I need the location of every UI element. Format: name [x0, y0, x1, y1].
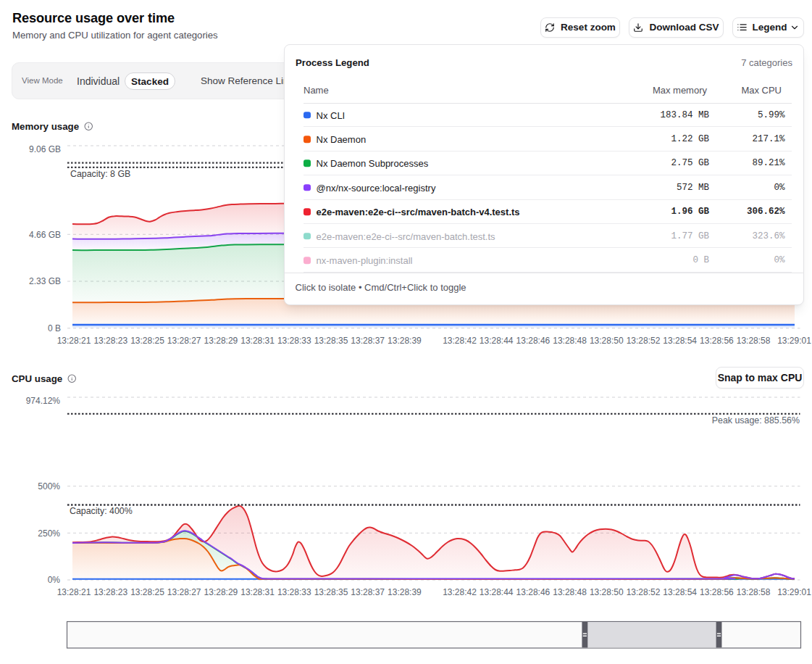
svg-text:Peak usage: 885.56%: Peak usage: 885.56% — [712, 415, 800, 426]
svg-text:13:28:39: 13:28:39 — [388, 336, 422, 346]
svg-text:13:28:52: 13:28:52 — [627, 587, 661, 597]
svg-text:13:28:37: 13:28:37 — [351, 336, 385, 346]
svg-text:13:28:52: 13:28:52 — [627, 336, 661, 346]
svg-text:0%: 0% — [48, 575, 61, 585]
svg-text:13:28:44: 13:28:44 — [480, 336, 514, 346]
svg-text:13:28:56: 13:28:56 — [700, 336, 734, 346]
svg-text:9.06 GB: 9.06 GB — [29, 144, 61, 154]
svg-text:13:29:01: 13:29:01 — [777, 587, 811, 597]
svg-text:13:28:35: 13:28:35 — [314, 336, 348, 346]
svg-text:0 B: 0 B — [48, 323, 61, 333]
svg-text:Capacity: 8 GB: Capacity: 8 GB — [70, 169, 130, 179]
svg-text:13:28:31: 13:28:31 — [240, 336, 275, 346]
svg-text:13:28:35: 13:28:35 — [314, 587, 348, 597]
svg-text:13:28:33: 13:28:33 — [277, 587, 311, 597]
svg-text:13:28:29: 13:28:29 — [204, 587, 238, 597]
svg-text:13:28:37: 13:28:37 — [351, 587, 385, 597]
svg-text:13:28:31: 13:28:31 — [240, 587, 275, 597]
svg-text:13:28:23: 13:28:23 — [93, 587, 127, 597]
svg-text:13:28:58: 13:28:58 — [737, 587, 771, 597]
svg-text:2.33 GB: 2.33 GB — [29, 276, 61, 286]
svg-text:13:28:54: 13:28:54 — [663, 587, 697, 597]
svg-text:13:28:46: 13:28:46 — [516, 336, 551, 346]
svg-text:13:28:39: 13:28:39 — [388, 587, 422, 597]
svg-text:13:28:48: 13:28:48 — [553, 587, 587, 597]
svg-text:13:28:50: 13:28:50 — [590, 587, 624, 597]
svg-text:13:28:27: 13:28:27 — [167, 587, 201, 597]
svg-text:13:28:42: 13:28:42 — [443, 336, 477, 346]
svg-text:13:28:48: 13:28:48 — [553, 336, 587, 346]
svg-text:13:28:25: 13:28:25 — [130, 336, 164, 346]
svg-text:13:28:25: 13:28:25 — [130, 587, 164, 597]
svg-text:13:28:21: 13:28:21 — [57, 336, 91, 346]
svg-text:13:28:56: 13:28:56 — [700, 587, 734, 597]
svg-text:250%: 250% — [38, 528, 60, 539]
svg-text:974.12%: 974.12% — [26, 396, 61, 406]
svg-text:4.66 GB: 4.66 GB — [29, 230, 61, 240]
svg-text:500%: 500% — [38, 481, 60, 491]
svg-text:13:28:42: 13:28:42 — [443, 587, 477, 597]
svg-text:13:28:27: 13:28:27 — [167, 336, 201, 346]
svg-text:Capacity: 400%: Capacity: 400% — [70, 506, 133, 516]
svg-text:13:28:58: 13:28:58 — [737, 336, 771, 346]
svg-text:13:28:33: 13:28:33 — [277, 336, 311, 346]
svg-text:13:29:01: 13:29:01 — [777, 336, 811, 346]
svg-text:13:28:44: 13:28:44 — [480, 587, 514, 597]
svg-text:13:28:29: 13:28:29 — [204, 336, 238, 346]
svg-text:13:28:23: 13:28:23 — [93, 336, 127, 346]
svg-text:13:28:21: 13:28:21 — [57, 587, 91, 597]
svg-text:13:28:54: 13:28:54 — [663, 336, 697, 346]
svg-text:13:28:50: 13:28:50 — [590, 336, 624, 346]
svg-text:13:28:46: 13:28:46 — [516, 587, 551, 597]
